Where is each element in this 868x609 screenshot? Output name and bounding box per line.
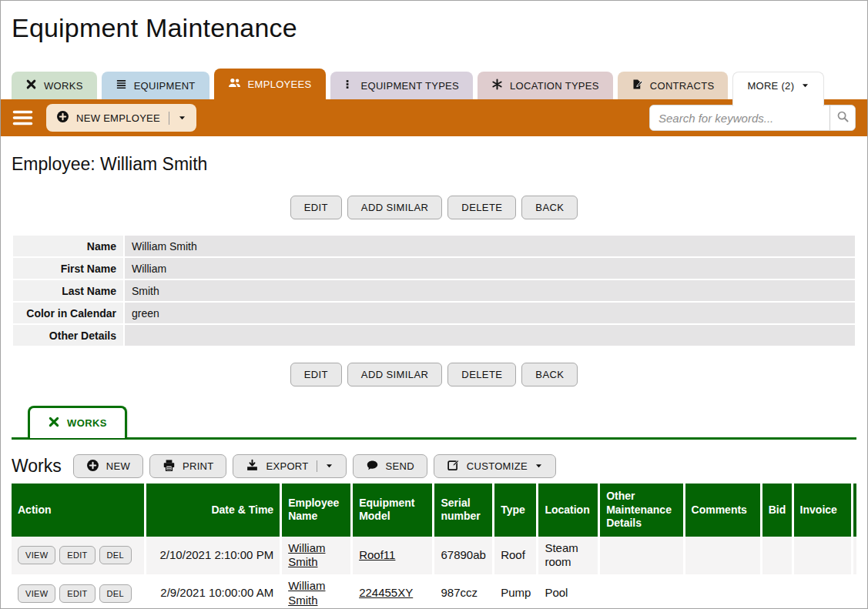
model-cell: Roof11 <box>352 537 434 575</box>
app-window: Equipment Maintenance WORKS EQUIPMENT EM… <box>0 0 868 609</box>
delete-button[interactable]: DELETE <box>447 363 516 386</box>
field-label: Last Name <box>13 280 123 301</box>
caret-down-icon <box>801 80 809 92</box>
works-table-header-row: Action Date & Time Employee Name Equipme… <box>12 484 856 537</box>
edit-row-button[interactable]: EDIT <box>59 546 95 564</box>
col-action: Action <box>12 484 146 537</box>
other-details-cell <box>599 537 684 575</box>
delete-row-button[interactable]: DEL <box>99 546 132 564</box>
serial-cell: 67890ab <box>434 537 494 575</box>
edit-button[interactable]: EDIT <box>290 363 342 386</box>
col-serial-number: Serial number <box>434 484 494 537</box>
col-employee-name: Employee Name <box>281 484 352 537</box>
tab-contracts[interactable]: CONTRACTS <box>618 72 729 99</box>
main-content: Employee: William Smith EDIT ADD SIMILAR… <box>1 154 867 609</box>
type-cell: Pump <box>494 574 538 609</box>
send-button-label: SEND <box>386 460 414 472</box>
tab-label: EMPLOYEES <box>248 79 312 90</box>
print-button-label: PRINT <box>183 460 214 472</box>
detail-row: First Name William <box>13 258 855 279</box>
tab-label: WORKS <box>44 80 83 92</box>
table-row: VIEWEDITDEL 2/10/2021 2:10:00 PM William… <box>12 537 856 575</box>
bid-cell <box>761 537 793 575</box>
print-button[interactable]: PRINT <box>149 454 227 478</box>
action-cell: VIEWEDITDEL <box>12 537 146 575</box>
caret-down-icon[interactable] <box>178 112 186 124</box>
equipment-model-link[interactable]: Roof11 <box>359 548 395 561</box>
edit-icon <box>447 459 460 474</box>
delete-row-button[interactable]: DEL <box>99 584 132 603</box>
detail-row: Color in Calendar green <box>13 303 855 323</box>
record-heading: Employee: William Smith <box>12 154 856 175</box>
customize-button-label: CUSTOMIZE <box>467 460 528 472</box>
overflow-cell <box>853 574 856 609</box>
dots-icon <box>344 79 354 92</box>
bid-cell <box>761 574 793 609</box>
caret-down-icon[interactable] <box>535 460 543 472</box>
add-similar-button[interactable]: ADD SIMILAR <box>347 196 442 219</box>
delete-button[interactable]: DELETE <box>447 196 516 219</box>
col-overflow-sliver <box>853 484 856 537</box>
send-button[interactable]: SEND <box>353 454 427 478</box>
comments-cell <box>684 574 761 609</box>
equipment-model-link[interactable]: 224455XY <box>359 586 413 599</box>
overflow-cell <box>853 537 856 575</box>
search-button[interactable] <box>830 105 855 130</box>
plus-circle-icon <box>56 110 69 125</box>
tab-label: CONTRACTS <box>650 80 715 92</box>
search-icon <box>836 110 850 125</box>
back-button[interactable]: BACK <box>521 196 578 219</box>
customize-button[interactable]: CUSTOMIZE <box>434 454 556 478</box>
new-button[interactable]: NEW <box>73 454 143 478</box>
invoice-cell <box>793 537 853 575</box>
employee-cell: William Smith <box>281 537 352 575</box>
record-actions-top: EDIT ADD SIMILAR DELETE BACK <box>12 196 856 219</box>
works-toolbar: Works NEW PRINT EXPORT <box>12 454 856 478</box>
subtab-row: WORKS <box>12 406 856 440</box>
other-details-cell <box>599 574 684 609</box>
col-other-maintenance-details: Other Maintenance Details <box>599 484 684 537</box>
edit-button[interactable]: EDIT <box>290 196 342 219</box>
export-button-label: EXPORT <box>266 460 308 472</box>
contract-icon <box>632 79 643 92</box>
record-detail-table: Name William Smith First Name William La… <box>12 234 856 347</box>
back-button[interactable]: BACK <box>521 363 578 386</box>
datetime-cell: 2/10/2021 2:10:00 PM <box>146 537 281 575</box>
field-label: Color in Calendar <box>13 303 123 323</box>
asterisk-icon <box>491 79 503 92</box>
export-button[interactable]: EXPORT <box>233 454 346 478</box>
new-button-label: NEW <box>106 460 130 472</box>
button-divider <box>169 112 169 125</box>
tab-more[interactable]: MORE (2) <box>732 72 824 106</box>
employee-link[interactable]: William Smith <box>288 579 325 607</box>
tab-label: EQUIPMENT <box>134 80 196 92</box>
datetime-cell: 2/9/2021 10:00:00 AM <box>146 574 281 609</box>
button-divider <box>317 460 317 472</box>
view-button[interactable]: VIEW <box>18 546 55 564</box>
hamburger-icon[interactable] <box>12 109 33 126</box>
search-input[interactable] <box>650 105 829 130</box>
field-label: First Name <box>13 258 123 279</box>
tab-works[interactable]: WORKS <box>12 72 97 99</box>
edit-row-button[interactable]: EDIT <box>59 584 95 603</box>
tab-equipment[interactable]: EQUIPMENT <box>102 72 209 99</box>
new-employee-label: NEW EMPLOYEE <box>76 112 160 124</box>
add-similar-button[interactable]: ADD SIMILAR <box>347 363 442 386</box>
tools-icon <box>48 416 60 430</box>
tab-label: EQUIPMENT TYPES <box>361 80 460 92</box>
tab-location-types[interactable]: LOCATION TYPES <box>478 72 613 99</box>
view-button[interactable]: VIEW <box>18 584 55 603</box>
subtab-works[interactable]: WORKS <box>28 406 127 438</box>
employee-link[interactable]: William Smith <box>288 541 325 569</box>
list-icon <box>116 79 127 92</box>
printer-icon <box>163 459 176 474</box>
serial-cell: 987ccz <box>434 574 494 609</box>
tab-equipment-types[interactable]: EQUIPMENT TYPES <box>330 72 474 99</box>
action-cell: VIEWEDITDEL <box>12 574 146 609</box>
invoice-cell <box>793 574 853 609</box>
caret-down-icon[interactable] <box>325 460 333 472</box>
new-employee-button[interactable]: NEW EMPLOYEE <box>46 104 196 132</box>
subtab-label: WORKS <box>67 417 107 429</box>
tab-employees[interactable]: EMPLOYEES <box>214 69 326 99</box>
field-label: Other Details <box>13 325 123 346</box>
